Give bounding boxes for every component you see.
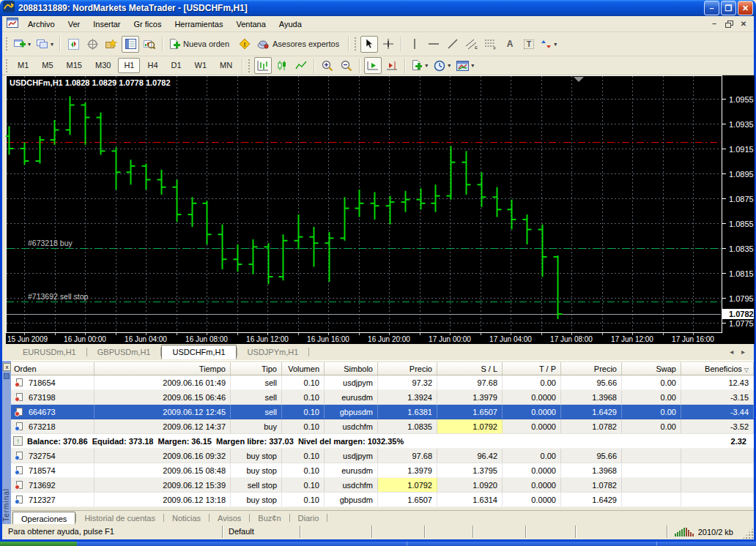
navigator-button[interactable] xyxy=(103,36,120,53)
timeframe-mn[interactable]: MN xyxy=(214,58,238,73)
text-label-tool-button[interactable]: T xyxy=(520,36,538,53)
asesores-expertos-button[interactable]: Asesores expertos xyxy=(255,36,344,53)
bar-chart-button[interactable] xyxy=(254,57,272,74)
auto-scroll-button[interactable] xyxy=(364,57,382,74)
line-chart-button[interactable] xyxy=(292,57,310,74)
chevron-down-icon: ▾ xyxy=(28,41,31,48)
channel-tool-button[interactable]: E xyxy=(463,36,481,53)
column-header-precio[interactable]: Precio xyxy=(561,362,622,375)
menu-ver[interactable]: Ver xyxy=(62,16,87,32)
arrows-tool-button[interactable]: ▾ xyxy=(539,36,559,53)
timeframe-w1[interactable]: W1 xyxy=(189,58,213,73)
toolbar-grip[interactable] xyxy=(354,37,357,51)
terminal-tab-historial-de-cuentas[interactable]: Historial de cuentas xyxy=(76,512,163,525)
menu-insertar[interactable]: Insertar xyxy=(86,16,127,32)
templates-button[interactable]: ▾ xyxy=(454,57,476,74)
timeframe-m30[interactable]: M30 xyxy=(89,58,116,73)
profiles-button[interactable]: ▾ xyxy=(34,36,56,53)
window-title: 2088131889: NordMarkets MetaTrader - [US… xyxy=(18,3,703,13)
column-header-swap[interactable]: Swap xyxy=(622,362,681,375)
column-header-beneficios[interactable]: Beneficios▽ xyxy=(681,362,754,375)
timeframe-d1[interactable]: D1 xyxy=(166,58,188,73)
order-row[interactable]: 6732182009.06.12 14:37buy0.10usdchfm1.08… xyxy=(11,419,754,434)
chart-tab-usdchfm-h1[interactable]: USDCHFm,H1 xyxy=(161,345,236,359)
menu-items: ArchivoVerInsertarGr ficosHerramientasVe… xyxy=(21,16,308,32)
cursor-tool-button[interactable] xyxy=(360,36,378,53)
indicators-button[interactable]: ▾ xyxy=(410,57,430,74)
minimize-button[interactable]: – xyxy=(704,1,719,15)
column-header-volumen[interactable]: Volumen xyxy=(282,362,325,375)
timeframe-m15[interactable]: M15 xyxy=(61,58,88,73)
candlestick-chart-button[interactable] xyxy=(273,57,291,74)
close-button[interactable]: ✕ xyxy=(738,1,753,15)
tab-scroll-arrows[interactable]: ◂ ▸ xyxy=(730,348,748,356)
order-row[interactable]: 7186542009.06.16 01:49sell0.10usdjpym97.… xyxy=(11,375,754,390)
maximize-button[interactable]: ❐ xyxy=(721,1,736,15)
toolbar-grip[interactable] xyxy=(248,59,251,73)
order-row[interactable]: 7123272009.06.12 13:18buy stop0.10gbpusd… xyxy=(11,493,754,507)
horizontal-line-tool-button[interactable] xyxy=(425,36,442,53)
trendline-tool-button[interactable] xyxy=(444,36,462,53)
terminal-tab-diario[interactable]: Diario xyxy=(290,512,327,525)
strategy-tester-button[interactable] xyxy=(141,36,158,53)
order-row[interactable]: 7327542009.06.16 09:32buy stop0.10usdjpy… xyxy=(11,449,754,463)
timeframe-m1[interactable]: M1 xyxy=(12,58,34,73)
column-header-orden[interactable]: Orden xyxy=(11,362,94,375)
column-header-simbolo[interactable]: Simbolo xyxy=(325,362,378,375)
toolbar-grip[interactable] xyxy=(5,59,8,73)
terminal-tab-avisos[interactable]: Avisos xyxy=(210,512,249,525)
price-chart[interactable]: 1.09551.09351.09151.08951.08751.08551.08… xyxy=(6,75,755,344)
order-row[interactable]: 7136922009.06.12 15:39sell stop0.10usdch… xyxy=(11,478,754,493)
column-header-precio[interactable]: Precio xyxy=(378,362,437,375)
mdi-restore-icon[interactable] xyxy=(723,19,735,29)
warning-diamond-button[interactable]: ! xyxy=(236,36,253,53)
chart-tab-gbpusdm-h1[interactable]: GBPUSDm,H1 xyxy=(87,345,161,359)
svg-text:E: E xyxy=(475,45,478,50)
terminal-tab-buz-n[interactable]: Buz¢n xyxy=(250,512,289,525)
mdi-close-icon[interactable]: ✕ xyxy=(738,19,749,29)
menu-herramientas[interactable]: Herramientas xyxy=(168,16,229,32)
column-header-s-l[interactable]: S / L xyxy=(437,362,503,375)
column-header-tiempo[interactable]: Tiempo xyxy=(94,362,231,375)
crosshair-tool-button[interactable] xyxy=(379,36,397,53)
zoom-out-button[interactable] xyxy=(338,57,355,74)
order-row[interactable]: 6731982009.06.15 06:46sell0.10eurusdm1.3… xyxy=(11,390,754,405)
sell-order-icon xyxy=(16,393,23,401)
terminal-close-icon[interactable]: x xyxy=(3,363,11,371)
menu-ayuda[interactable]: Ayuda xyxy=(273,16,308,32)
terminal-tab-noticias[interactable]: Noticias xyxy=(164,512,209,525)
start-button-fragment[interactable] xyxy=(0,542,77,546)
market-watch-button[interactable] xyxy=(64,36,82,53)
chart-tab-eurusdm-h1[interactable]: EURUSDm,H1 xyxy=(12,345,86,359)
toolbar-separator xyxy=(401,37,402,51)
timeframe-h1[interactable]: H1 xyxy=(118,58,140,73)
status-profile[interactable]: Default xyxy=(222,526,300,538)
fibonacci-tool-button[interactable]: F xyxy=(482,36,500,53)
menu-gr-ficos[interactable]: Gr ficos xyxy=(127,16,168,32)
order-row[interactable]: 7185742009.06.15 08:48buy stop0.10eurusd… xyxy=(11,463,754,478)
periods-button[interactable]: ▾ xyxy=(431,57,453,74)
column-header-t-p[interactable]: T / P xyxy=(503,362,561,375)
nueva-orden-button[interactable]: Nueva orden xyxy=(167,36,234,53)
terminal-button[interactable] xyxy=(122,36,139,53)
data-window-button[interactable] xyxy=(84,36,101,53)
vertical-line-tool-button[interactable] xyxy=(406,36,423,53)
zoom-in-button[interactable] xyxy=(319,57,336,74)
terminal-tab-operaciones[interactable]: Operaciones xyxy=(12,512,75,525)
horizontal-line-icon xyxy=(429,40,439,48)
column-header-tipo[interactable]: Tipo xyxy=(231,362,282,375)
tester-magnifier-icon xyxy=(144,39,155,50)
chart-tab-usdjpym-h1[interactable]: USDJPYm,H1 xyxy=(237,345,309,359)
menu-ventana[interactable]: Ventana xyxy=(229,16,272,32)
zoom-in-icon xyxy=(322,60,333,72)
timeframe-m5[interactable]: M5 xyxy=(36,58,59,73)
mdi-minimize-icon[interactable]: – xyxy=(708,19,720,29)
text-tool-button[interactable]: A xyxy=(501,36,519,53)
timeframe-h4[interactable]: H4 xyxy=(141,58,163,73)
menu-archivo[interactable]: Archivo xyxy=(21,16,62,32)
chart-shift-button[interactable] xyxy=(383,57,401,74)
toolbar-grip[interactable] xyxy=(5,37,8,51)
resize-grip-icon[interactable] xyxy=(742,528,754,539)
new-chart-button[interactable]: ▾ xyxy=(12,36,33,53)
order-row[interactable]: 6646732009.06.12 12:45sell0.10gbpusdm1.6… xyxy=(11,405,754,419)
